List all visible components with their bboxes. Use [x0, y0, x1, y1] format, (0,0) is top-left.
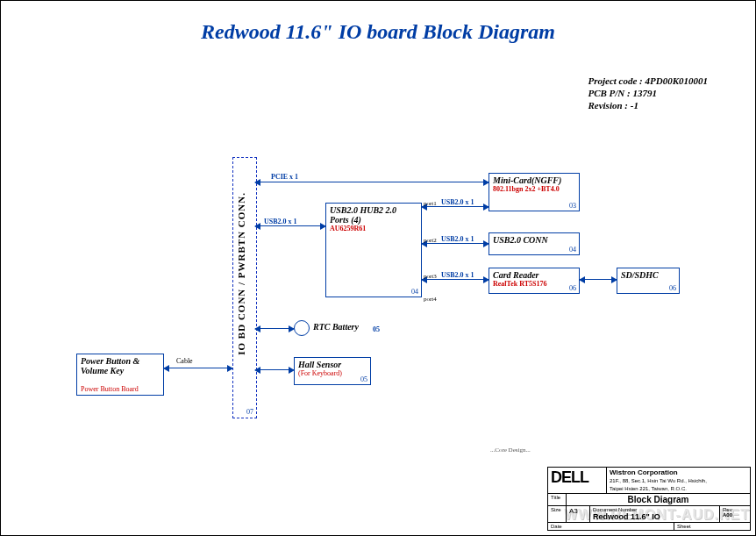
hall-ref: 05: [360, 375, 367, 383]
wistron-addr: 21F., 88, Sec.1, Hsin Tai Wu Rd., Hsichi…: [610, 478, 707, 491]
rtc-arrow: [255, 328, 294, 329]
date-label: Date: [548, 523, 674, 530]
project-info: Project code : 4PD00K010001 PCB P/N : 13…: [588, 75, 708, 111]
sheet-label: Sheet: [674, 523, 750, 530]
sd-title: SD/SDHC: [621, 270, 675, 280]
project-code: 4PD00K010001: [645, 75, 709, 86]
pcie-sig: PCIE x 1: [271, 173, 298, 181]
usb-hub-in-arrow: [255, 225, 325, 226]
cable-label: Cable: [176, 357, 193, 365]
core-design-note: ...Core Design...: [490, 447, 531, 454]
card-reader-title: Card Reader: [493, 270, 575, 280]
footer-title: Block Diagram: [566, 494, 750, 505]
title-block: DELLWistron Corporation21F., 88, Sec.1, …: [547, 467, 751, 531]
size-val: A3: [566, 506, 589, 522]
mini-card-title: Mini-Card(NGFF): [493, 175, 575, 185]
card-sd-arrow: [580, 279, 617, 280]
rev-val: A00: [723, 512, 732, 518]
mini-card-ref: 03: [569, 202, 576, 210]
usb-hub-title: USB2.0 HUB2 2.0 Ports (4): [330, 205, 417, 225]
dell-logo: DELL: [551, 468, 588, 486]
port3-label: port3: [424, 273, 437, 280]
connector-label: IO BD CONN / PWRBTN CONN.: [236, 192, 246, 355]
power-button-block: Power Button & Volume Key Power Button B…: [76, 354, 164, 396]
hall-arrow: [255, 369, 294, 370]
hall-title: Hall Sensor: [298, 360, 367, 369]
hall-sensor-block: Hall Sensor (For Keyboard) 05: [294, 357, 371, 385]
port1-label: port1: [424, 200, 437, 207]
usb-conn-ref: 04: [569, 246, 576, 254]
rtc-battery-icon: [294, 320, 310, 336]
port4-label: port4: [424, 296, 437, 303]
wistron-name: Wistron Corporation: [610, 468, 678, 476]
rtc-title: RTC Battery: [313, 322, 359, 332]
revision: -1: [631, 100, 638, 111]
sd-block: SD/SDHC 06: [617, 268, 680, 294]
usb-hub-ref: 04: [411, 288, 418, 296]
schematic-sheet: Redwood 11.6" IO board Block Diagram Pro…: [0, 0, 756, 536]
power-button-sub: Power Button Board: [81, 385, 139, 393]
hall-sub: (For Keyboard): [298, 369, 367, 377]
hub-port1-sig: USB2.0 x 1: [441, 198, 474, 206]
hub-port2-sig: USB2.0 x 1: [441, 235, 474, 243]
card-reader-sub: RealTek RT5S176: [493, 280, 575, 288]
connector-ref: 07: [246, 408, 253, 416]
rtc-ref: 05: [373, 325, 380, 333]
usb-conn-title: USB2.0 CONN: [493, 235, 575, 245]
pcb-pn-label: PCB P/N :: [588, 88, 630, 98]
page-title: Redwood 11.6" IO board Block Diagram: [1, 20, 755, 44]
pcie-arrow: [255, 182, 489, 182]
usb-hub-sub: AU6259R61: [330, 225, 417, 232]
sheet-name: Redwood 11.6" IO: [593, 512, 660, 521]
usb-conn-block: USB2.0 CONN 04: [489, 232, 580, 255]
hub-port3-sig: USB2.0 x 1: [441, 271, 474, 279]
sd-ref: 06: [669, 284, 676, 292]
usb-hub-block: USB2.0 HUB2 2.0 Ports (4) AU6259R61 04: [325, 203, 422, 297]
port2-label: port2: [424, 237, 437, 244]
size-label: Size: [548, 506, 566, 522]
cable-arrow: [164, 368, 232, 368]
usb-hub-in-sig: USB2.0 x 1: [264, 218, 297, 225]
pcb-pn: 13791: [632, 88, 657, 98]
project-code-label: Project code :: [588, 75, 642, 86]
mini-card-sub: 802.11bgn 2x2 +BT4.0: [493, 185, 575, 193]
revision-label: Revision :: [588, 100, 628, 111]
mini-card-block: Mini-Card(NGFF) 802.11bgn 2x2 +BT4.0 03: [489, 173, 580, 211]
card-reader-ref: 06: [569, 284, 576, 292]
card-reader-block: Card Reader RealTek RT5S176 06: [489, 268, 580, 294]
power-button-title: Power Button & Volume Key: [81, 356, 160, 375]
